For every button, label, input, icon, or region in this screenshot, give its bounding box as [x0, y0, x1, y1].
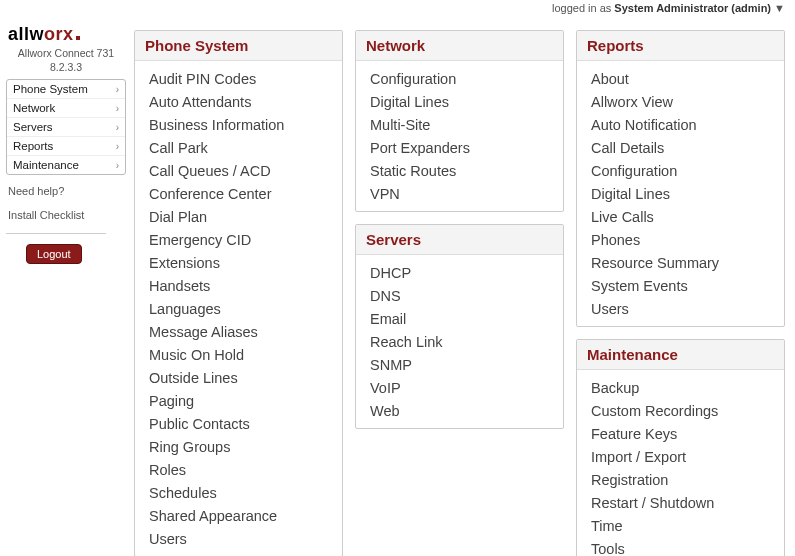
network-item[interactable]: Configuration: [356, 67, 563, 90]
side-nav-item[interactable]: Servers›: [7, 118, 125, 137]
phone-system-item[interactable]: Handsets: [135, 274, 342, 297]
maintenance-item[interactable]: Custom Recordings: [577, 399, 784, 422]
phone-system-item[interactable]: Dial Plan: [135, 205, 342, 228]
side-nav-label: Network: [13, 102, 55, 114]
help-link[interactable]: Need help?: [8, 185, 126, 197]
chevron-right-icon: ›: [116, 122, 119, 133]
side-nav-label: Servers: [13, 121, 53, 133]
install-checklist-link[interactable]: Install Checklist: [8, 209, 126, 221]
chevron-right-icon: ›: [116, 84, 119, 95]
panel-reports: Reports AboutAllworx ViewAuto Notificati…: [576, 30, 785, 327]
reports-item[interactable]: Auto Notification: [577, 113, 784, 136]
panel-title: Reports: [577, 31, 784, 61]
logout-button[interactable]: Logout: [26, 244, 82, 264]
side-nav-item[interactable]: Reports›: [7, 137, 125, 156]
maintenance-item[interactable]: Import / Export: [577, 445, 784, 468]
maintenance-item[interactable]: Tools: [577, 537, 784, 556]
chevron-right-icon: ›: [116, 103, 119, 114]
divider: [6, 233, 106, 234]
maintenance-item[interactable]: Registration: [577, 468, 784, 491]
side-nav-label: Reports: [13, 140, 53, 152]
network-item[interactable]: VPN: [356, 182, 563, 205]
reports-item[interactable]: Call Details: [577, 136, 784, 159]
chevron-right-icon: ›: [116, 141, 119, 152]
panel-title: Phone System: [135, 31, 342, 61]
maintenance-item[interactable]: Time: [577, 514, 784, 537]
phone-system-item[interactable]: Schedules: [135, 481, 342, 504]
phone-system-item[interactable]: Music On Hold: [135, 343, 342, 366]
side-nav-item[interactable]: Phone System›: [7, 80, 125, 99]
side-nav-label: Maintenance: [13, 159, 79, 171]
phone-system-item[interactable]: Business Information: [135, 113, 342, 136]
phone-system-item[interactable]: Call Park: [135, 136, 342, 159]
network-item[interactable]: Port Expanders: [356, 136, 563, 159]
phone-system-item[interactable]: Outside Lines: [135, 366, 342, 389]
network-item[interactable]: Multi-Site: [356, 113, 563, 136]
reports-item[interactable]: Configuration: [577, 159, 784, 182]
reports-item[interactable]: Allworx View: [577, 90, 784, 113]
reports-item[interactable]: Users: [577, 297, 784, 320]
phone-system-item[interactable]: Ring Groups: [135, 435, 342, 458]
side-nav: Phone System›Network›Servers›Reports›Mai…: [6, 79, 126, 175]
phone-system-item[interactable]: Languages: [135, 297, 342, 320]
panel-phone-system: Phone System Audit PIN CodesAuto Attenda…: [134, 30, 343, 556]
servers-item[interactable]: Reach Link: [356, 330, 563, 353]
servers-item[interactable]: SNMP: [356, 353, 563, 376]
phone-system-item[interactable]: Users: [135, 527, 342, 550]
network-item[interactable]: Digital Lines: [356, 90, 563, 113]
phone-system-item[interactable]: Roles: [135, 458, 342, 481]
brand-logo: allworx: [6, 24, 126, 45]
topbar: logged in as System Administrator (admin…: [0, 0, 795, 24]
phone-system-item[interactable]: Conference Center: [135, 182, 342, 205]
reports-item[interactable]: About: [577, 67, 784, 90]
phone-system-item[interactable]: Message Aliases: [135, 320, 342, 343]
servers-item[interactable]: Email: [356, 307, 563, 330]
servers-item[interactable]: DHCP: [356, 261, 563, 284]
reports-item[interactable]: System Events: [577, 274, 784, 297]
maintenance-item[interactable]: Backup: [577, 376, 784, 399]
phone-system-item[interactable]: Auto Attendants: [135, 90, 342, 113]
panel-servers: Servers DHCPDNSEmailReach LinkSNMPVoIPWe…: [355, 224, 564, 429]
panel-title: Network: [356, 31, 563, 61]
model-label: Allworx Connect 731: [6, 47, 126, 59]
panel-maintenance: Maintenance BackupCustom RecordingsFeatu…: [576, 339, 785, 556]
phone-system-item[interactable]: Audit PIN Codes: [135, 67, 342, 90]
login-user[interactable]: System Administrator (admin): [614, 2, 771, 14]
network-item[interactable]: Static Routes: [356, 159, 563, 182]
chevron-right-icon: ›: [116, 160, 119, 171]
phone-system-item[interactable]: Extensions: [135, 251, 342, 274]
login-prefix: logged in as: [552, 2, 614, 14]
dot-icon: [76, 36, 80, 40]
servers-item[interactable]: VoIP: [356, 376, 563, 399]
version-label: 8.2.3.3: [6, 61, 126, 73]
side-nav-item[interactable]: Network›: [7, 99, 125, 118]
phone-system-item[interactable]: Emergency CID: [135, 228, 342, 251]
side-nav-item[interactable]: Maintenance›: [7, 156, 125, 174]
phone-system-item[interactable]: Shared Appearance: [135, 504, 342, 527]
caret-down-icon[interactable]: ▼: [774, 2, 785, 14]
side-nav-label: Phone System: [13, 83, 88, 95]
reports-item[interactable]: Digital Lines: [577, 182, 784, 205]
panel-title: Servers: [356, 225, 563, 255]
panel-title: Maintenance: [577, 340, 784, 370]
phone-system-item[interactable]: Call Queues / ACD: [135, 159, 342, 182]
phone-system-item[interactable]: Public Contacts: [135, 412, 342, 435]
maintenance-item[interactable]: Feature Keys: [577, 422, 784, 445]
reports-item[interactable]: Phones: [577, 228, 784, 251]
servers-item[interactable]: Web: [356, 399, 563, 422]
phone-system-item[interactable]: Paging: [135, 389, 342, 412]
servers-item[interactable]: DNS: [356, 284, 563, 307]
reports-item[interactable]: Resource Summary: [577, 251, 784, 274]
reports-item[interactable]: Live Calls: [577, 205, 784, 228]
maintenance-item[interactable]: Restart / Shutdown: [577, 491, 784, 514]
panel-network: Network ConfigurationDigital LinesMulti-…: [355, 30, 564, 212]
